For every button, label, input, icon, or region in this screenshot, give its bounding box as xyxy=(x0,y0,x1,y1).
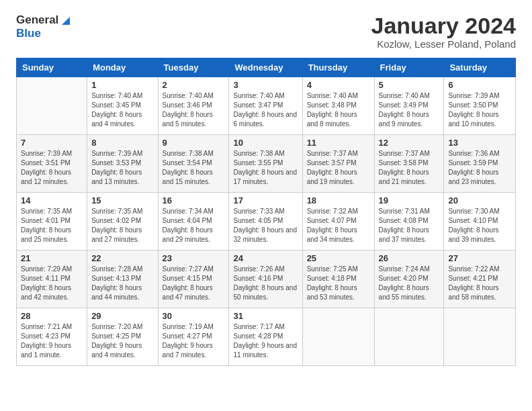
day-number: 16 xyxy=(163,195,225,205)
day-info: Sunrise: 7:20 AMSunset: 4:25 PMDaylight:… xyxy=(91,322,153,360)
table-row: 25Sunrise: 7:25 AMSunset: 4:18 PMDayligh… xyxy=(302,250,374,308)
day-number: 17 xyxy=(233,195,298,205)
logo-general-text: General xyxy=(16,13,58,27)
calendar-week-row: 28Sunrise: 7:21 AMSunset: 4:23 PMDayligh… xyxy=(17,308,516,366)
day-info: Sunrise: 7:24 AMSunset: 4:20 PMDaylight:… xyxy=(379,265,440,302)
table-row: 31Sunrise: 7:17 AMSunset: 4:28 PMDayligh… xyxy=(229,308,302,366)
day-number: 29 xyxy=(91,311,153,321)
table-row: 27Sunrise: 7:22 AMSunset: 4:21 PMDayligh… xyxy=(444,250,516,308)
calendar-week-row: 1Sunrise: 7:40 AMSunset: 3:45 PMDaylight… xyxy=(17,77,516,135)
day-number: 18 xyxy=(307,195,370,205)
day-number: 25 xyxy=(307,253,370,263)
day-number: 13 xyxy=(448,138,511,148)
day-number: 3 xyxy=(233,80,298,90)
day-number: 20 xyxy=(448,195,511,205)
table-row: 3Sunrise: 7:40 AMSunset: 3:47 PMDaylight… xyxy=(229,77,302,135)
day-number: 31 xyxy=(233,311,298,321)
day-info: Sunrise: 7:29 AMSunset: 4:11 PMDaylight:… xyxy=(21,265,83,302)
calendar-week-row: 7Sunrise: 7:39 AMSunset: 3:51 PMDaylight… xyxy=(17,135,516,193)
day-info: Sunrise: 7:27 AMSunset: 4:15 PMDaylight:… xyxy=(163,265,225,302)
day-number: 7 xyxy=(21,138,83,148)
day-info: Sunrise: 7:19 AMSunset: 4:27 PMDaylight:… xyxy=(163,322,225,360)
day-number: 1 xyxy=(91,80,153,90)
day-number: 30 xyxy=(163,311,225,321)
table-row: 30Sunrise: 7:19 AMSunset: 4:27 PMDayligh… xyxy=(158,308,229,366)
table-row: 17Sunrise: 7:33 AMSunset: 4:05 PMDayligh… xyxy=(229,193,302,250)
table-row: 9Sunrise: 7:38 AMSunset: 3:54 PMDaylight… xyxy=(158,135,229,193)
day-number: 6 xyxy=(448,80,511,90)
day-info: Sunrise: 7:25 AMSunset: 4:18 PMDaylight:… xyxy=(307,265,370,302)
day-info: Sunrise: 7:38 AMSunset: 3:55 PMDaylight:… xyxy=(233,149,298,187)
day-number: 10 xyxy=(233,138,298,148)
day-info: Sunrise: 7:40 AMSunset: 3:45 PMDaylight:… xyxy=(91,91,153,129)
table-row xyxy=(374,308,444,366)
location-text: Kozlow, Lesser Poland, Poland xyxy=(371,38,517,50)
table-row: 4Sunrise: 7:40 AMSunset: 3:48 PMDaylight… xyxy=(302,77,374,135)
day-info: Sunrise: 7:39 AMSunset: 3:50 PMDaylight:… xyxy=(448,91,511,129)
col-thursday: Thursday xyxy=(302,58,374,77)
page-header: General Blue January 2024 Kozlow, Lesser… xyxy=(16,13,516,50)
col-friday: Friday xyxy=(374,58,444,77)
day-number: 23 xyxy=(163,253,225,263)
day-number: 21 xyxy=(21,253,83,263)
table-row: 19Sunrise: 7:31 AMSunset: 4:08 PMDayligh… xyxy=(374,193,444,250)
col-tuesday: Tuesday xyxy=(158,58,229,77)
day-info: Sunrise: 7:35 AMSunset: 4:01 PMDaylight:… xyxy=(21,207,83,244)
day-info: Sunrise: 7:30 AMSunset: 4:10 PMDaylight:… xyxy=(448,207,511,244)
day-info: Sunrise: 7:39 AMSunset: 3:51 PMDaylight:… xyxy=(21,149,83,187)
day-number: 24 xyxy=(233,253,298,263)
day-number: 8 xyxy=(91,138,153,148)
table-row: 23Sunrise: 7:27 AMSunset: 4:15 PMDayligh… xyxy=(158,250,229,308)
day-number: 28 xyxy=(21,311,83,321)
table-row: 5Sunrise: 7:40 AMSunset: 3:49 PMDaylight… xyxy=(374,77,444,135)
svg-marker-0 xyxy=(62,17,70,25)
day-number: 27 xyxy=(448,253,511,263)
day-info: Sunrise: 7:38 AMSunset: 3:54 PMDaylight:… xyxy=(163,149,225,187)
table-row: 12Sunrise: 7:37 AMSunset: 3:58 PMDayligh… xyxy=(374,135,444,193)
calendar-week-row: 21Sunrise: 7:29 AMSunset: 4:11 PMDayligh… xyxy=(17,250,516,308)
day-info: Sunrise: 7:36 AMSunset: 3:59 PMDaylight:… xyxy=(448,149,511,187)
day-info: Sunrise: 7:31 AMSunset: 4:08 PMDaylight:… xyxy=(379,207,440,244)
day-info: Sunrise: 7:17 AMSunset: 4:28 PMDaylight:… xyxy=(233,322,298,360)
day-number: 22 xyxy=(91,253,153,263)
logo-icon xyxy=(60,14,72,26)
table-row: 13Sunrise: 7:36 AMSunset: 3:59 PMDayligh… xyxy=(444,135,516,193)
day-number: 15 xyxy=(91,195,153,205)
table-row: 18Sunrise: 7:32 AMSunset: 4:07 PMDayligh… xyxy=(302,193,374,250)
month-title: January 2024 xyxy=(371,13,517,38)
table-row: 24Sunrise: 7:26 AMSunset: 4:16 PMDayligh… xyxy=(229,250,302,308)
table-row: 16Sunrise: 7:34 AMSunset: 4:04 PMDayligh… xyxy=(158,193,229,250)
col-saturday: Saturday xyxy=(444,58,516,77)
day-info: Sunrise: 7:39 AMSunset: 3:53 PMDaylight:… xyxy=(91,149,153,187)
table-row xyxy=(444,308,516,366)
day-number: 5 xyxy=(379,80,440,90)
table-row: 6Sunrise: 7:39 AMSunset: 3:50 PMDaylight… xyxy=(444,77,516,135)
table-row xyxy=(17,77,87,135)
day-info: Sunrise: 7:21 AMSunset: 4:23 PMDaylight:… xyxy=(21,322,83,360)
col-sunday: Sunday xyxy=(17,58,87,77)
calendar-header-row: Sunday Monday Tuesday Wednesday Thursday… xyxy=(17,58,516,77)
table-row: 11Sunrise: 7:37 AMSunset: 3:57 PMDayligh… xyxy=(302,135,374,193)
calendar-page: General Blue January 2024 Kozlow, Lesser… xyxy=(0,0,532,411)
table-row: 20Sunrise: 7:30 AMSunset: 4:10 PMDayligh… xyxy=(444,193,516,250)
calendar-table: Sunday Monday Tuesday Wednesday Thursday… xyxy=(16,58,516,366)
table-row: 26Sunrise: 7:24 AMSunset: 4:20 PMDayligh… xyxy=(374,250,444,308)
table-row: 29Sunrise: 7:20 AMSunset: 4:25 PMDayligh… xyxy=(87,308,158,366)
day-number: 11 xyxy=(307,138,370,148)
day-info: Sunrise: 7:28 AMSunset: 4:13 PMDaylight:… xyxy=(91,265,153,302)
day-info: Sunrise: 7:34 AMSunset: 4:04 PMDaylight:… xyxy=(163,207,225,244)
day-info: Sunrise: 7:37 AMSunset: 3:57 PMDaylight:… xyxy=(307,149,370,187)
day-info: Sunrise: 7:40 AMSunset: 3:47 PMDaylight:… xyxy=(233,91,298,129)
table-row: 1Sunrise: 7:40 AMSunset: 3:45 PMDaylight… xyxy=(87,77,158,135)
table-row xyxy=(302,308,374,366)
day-info: Sunrise: 7:35 AMSunset: 4:02 PMDaylight:… xyxy=(91,207,153,244)
day-info: Sunrise: 7:32 AMSunset: 4:07 PMDaylight:… xyxy=(307,207,370,244)
table-row: 15Sunrise: 7:35 AMSunset: 4:02 PMDayligh… xyxy=(87,193,158,250)
day-info: Sunrise: 7:40 AMSunset: 3:49 PMDaylight:… xyxy=(379,91,440,129)
table-row: 14Sunrise: 7:35 AMSunset: 4:01 PMDayligh… xyxy=(17,193,87,250)
col-wednesday: Wednesday xyxy=(229,58,302,77)
day-number: 2 xyxy=(163,80,225,90)
table-row: 7Sunrise: 7:39 AMSunset: 3:51 PMDaylight… xyxy=(17,135,87,193)
day-number: 12 xyxy=(379,138,440,148)
day-number: 4 xyxy=(307,80,370,90)
